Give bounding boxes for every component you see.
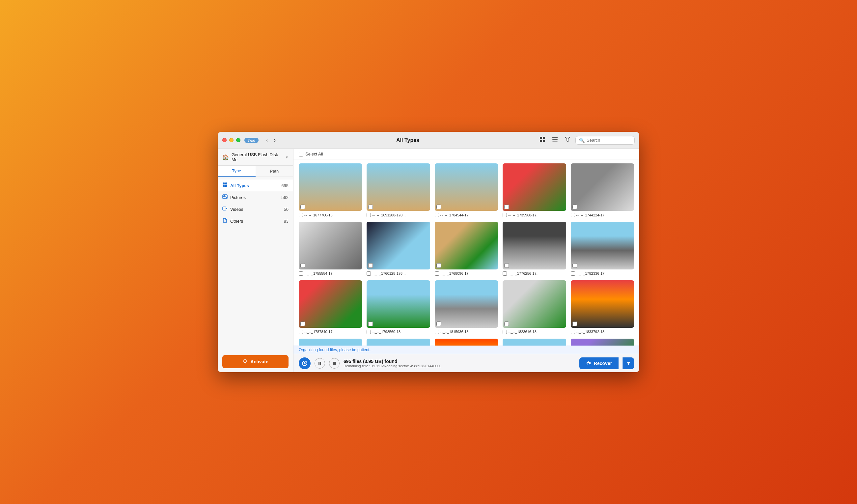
image-label-checkbox[interactable] xyxy=(367,271,371,276)
image-label-checkbox[interactable] xyxy=(435,271,439,276)
image-label-checkbox[interactable] xyxy=(367,213,371,217)
image-select-checkbox[interactable] xyxy=(572,205,577,209)
tab-type[interactable]: Type xyxy=(218,166,256,177)
image-label-checkbox[interactable] xyxy=(503,213,507,217)
image-thumbnail[interactable] xyxy=(299,222,362,269)
recover-button[interactable]: Recover xyxy=(579,357,619,369)
image-label: --_--_1833792-18... xyxy=(571,330,634,334)
image-label-checkbox[interactable] xyxy=(435,213,439,217)
image-label-checkbox[interactable] xyxy=(367,330,371,334)
image-card: --_--_1787840-17... xyxy=(299,280,362,334)
image-label-checkbox[interactable] xyxy=(299,330,303,334)
maximize-button[interactable] xyxy=(236,138,240,142)
image-thumbnail[interactable] xyxy=(503,163,566,211)
image-label: --_--_1755584-17... xyxy=(299,271,362,276)
pause-button[interactable] xyxy=(315,358,325,369)
image-label: --_--_1735968-17... xyxy=(503,213,566,217)
organizing-bar: Organizing found files, please be patien… xyxy=(293,346,639,354)
image-thumbnail[interactable] xyxy=(367,222,430,269)
list-view-button[interactable] xyxy=(550,135,559,146)
traffic-lights xyxy=(222,138,240,142)
svg-rect-9 xyxy=(225,183,227,184)
image-select-checkbox[interactable] xyxy=(504,205,509,209)
sidebar-item-videos[interactable]: Videos 50 xyxy=(218,203,293,215)
svg-rect-11 xyxy=(225,185,227,187)
image-label-checkbox[interactable] xyxy=(299,271,303,276)
image-thumbnail[interactable] xyxy=(435,222,498,269)
stop-button[interactable] xyxy=(329,358,340,369)
image-thumbnail[interactable] xyxy=(367,339,430,346)
grid-view-button[interactable] xyxy=(538,135,547,146)
image-card: --_--_1833792-18... xyxy=(571,280,634,334)
sidebar-item-pictures[interactable]: Pictures 562 xyxy=(218,191,293,203)
search-box: 🔍 xyxy=(575,136,635,145)
image-label-checkbox[interactable] xyxy=(571,213,575,217)
image-thumbnail[interactable] xyxy=(571,280,634,328)
sidebar-item-others[interactable]: Others 83 xyxy=(218,215,293,227)
image-select-checkbox[interactable] xyxy=(300,263,305,268)
minimize-button[interactable] xyxy=(229,138,234,142)
image-select-checkbox[interactable] xyxy=(436,263,441,268)
image-thumbnail[interactable] xyxy=(503,222,566,269)
videos-label: Videos xyxy=(230,207,281,212)
select-all-checkbox[interactable] xyxy=(299,152,303,156)
image-thumbnail[interactable] xyxy=(503,339,566,346)
svg-rect-21 xyxy=(333,362,336,365)
image-select-checkbox[interactable] xyxy=(572,321,577,326)
image-select-checkbox[interactable] xyxy=(436,321,441,326)
svg-rect-10 xyxy=(223,185,225,187)
content-header: Select All xyxy=(293,149,639,159)
image-card: --_--_1755584-17... xyxy=(299,222,362,275)
sidebar-item-all-types[interactable]: All Types 695 xyxy=(218,180,293,191)
search-input[interactable] xyxy=(587,138,633,142)
image-thumbnail[interactable] xyxy=(571,163,634,211)
image-label: --_--_1691200-170... xyxy=(367,213,430,217)
activate-button[interactable]: Activate xyxy=(222,355,288,368)
svg-rect-8 xyxy=(223,183,225,184)
image-select-checkbox[interactable] xyxy=(300,205,305,209)
image-thumbnail[interactable] xyxy=(435,280,498,328)
image-select-checkbox[interactable] xyxy=(368,263,373,268)
device-name: General USB Flash Disk Me xyxy=(232,152,283,162)
tab-path[interactable]: Path xyxy=(256,166,293,177)
image-filename: --_--_1823616-18... xyxy=(508,330,539,334)
status-bar: 695 files (3.95 GB) found Remaining time… xyxy=(293,354,639,372)
image-select-checkbox[interactable] xyxy=(572,263,577,268)
image-thumbnail[interactable] xyxy=(435,163,498,211)
recover-dropdown-button[interactable]: ▼ xyxy=(622,357,634,369)
image-label-checkbox[interactable] xyxy=(503,330,507,334)
forward-button[interactable]: › xyxy=(272,136,278,144)
image-select-checkbox[interactable] xyxy=(436,205,441,209)
image-card: --_--_1878000-18... xyxy=(571,339,634,346)
image-thumbnail[interactable] xyxy=(299,280,362,328)
image-select-checkbox[interactable] xyxy=(368,321,373,326)
image-label-checkbox[interactable] xyxy=(571,330,575,334)
image-label-checkbox[interactable] xyxy=(435,330,439,334)
close-button[interactable] xyxy=(222,138,226,142)
sidebar-header: 🏠 General USB Flash Disk Me ▼ xyxy=(218,149,293,166)
picture-icon xyxy=(222,194,228,201)
image-thumbnail[interactable] xyxy=(435,339,498,346)
home-icon[interactable]: 🏠 xyxy=(222,154,229,161)
videos-count: 50 xyxy=(284,207,288,212)
filter-button[interactable] xyxy=(563,135,572,146)
image-select-checkbox[interactable] xyxy=(368,205,373,209)
image-select-checkbox[interactable] xyxy=(504,321,509,326)
image-select-checkbox[interactable] xyxy=(504,263,509,268)
image-select-checkbox[interactable] xyxy=(300,321,305,326)
image-thumbnail[interactable] xyxy=(299,163,362,211)
image-thumbnail[interactable] xyxy=(571,222,634,269)
image-thumbnail[interactable] xyxy=(367,280,430,328)
back-button[interactable]: ‹ xyxy=(264,136,270,144)
image-label-checkbox[interactable] xyxy=(571,271,575,276)
image-label-checkbox[interactable] xyxy=(299,213,303,217)
image-thumbnail[interactable] xyxy=(299,339,362,346)
image-thumbnail[interactable] xyxy=(367,163,430,211)
image-filename: --_--_1782336-17... xyxy=(576,271,608,275)
select-all-text: Select All xyxy=(305,152,323,156)
svg-rect-2 xyxy=(540,140,542,142)
image-thumbnail[interactable] xyxy=(503,280,566,328)
image-thumbnail[interactable] xyxy=(571,339,634,346)
select-all-label[interactable]: Select All xyxy=(299,152,323,156)
image-label-checkbox[interactable] xyxy=(503,271,507,276)
